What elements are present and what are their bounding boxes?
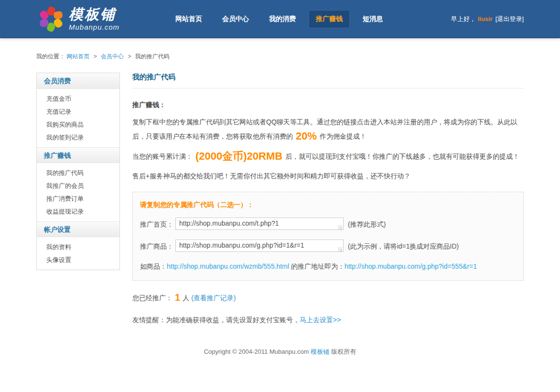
sidebar-item-promoted-members[interactable]: 我推广的会员 (37, 179, 119, 192)
promo-product-note: (此为示例，请将id=1换成对应商品ID) (348, 242, 459, 251)
example-promo-link[interactable]: http://shop.mubanpu.com/g.php?id=555&r=1 (345, 262, 477, 270)
sidebar-item-recharge-coins[interactable]: 充值金币 (37, 92, 119, 105)
promo-box-title: 请复制您的专属推广代码（二选一）： (140, 201, 516, 209)
breadcrumb-current: 我的推广代码 (135, 53, 170, 60)
sidebar-section-member-consume: 会员消费 充值金币 充值记录 我购买的商品 我的签到记录 (37, 73, 119, 147)
promotion-stats-line: 您已经推广：1人(查看推广记录) (132, 292, 524, 303)
promo-homepage-label: 推广首页： (140, 220, 173, 229)
nav-item-my-purchases[interactable]: 我的消费 (262, 10, 303, 28)
logo-title: 模板铺 (69, 7, 119, 22)
sidebar-section-title-member-consume[interactable]: 会员消费 (37, 73, 119, 89)
copyright-text: Copyright © 2004-2011 Mubanpu.com (204, 348, 309, 355)
footer-brand-link[interactable]: 模板铺 (311, 348, 329, 355)
main-nav: 网站首页 会员中心 我的消费 推广赚钱 短消息 (168, 10, 396, 28)
view-promo-records-link[interactable]: (查看推广记录) (191, 294, 236, 302)
promoted-count: 1 (175, 292, 180, 303)
example-product-link[interactable]: http://shop.mubanpu.com/wzmb/555.html (167, 262, 289, 270)
stats-prefix: 您已经推广： (132, 294, 172, 302)
sidebar-item-my-profile[interactable]: 我的资料 (37, 240, 119, 253)
promo-intro-paragraph: 复制下框中您的专属推广代码到其它网站或者QQ聊天等工具。通过您的链接点击进入本站… (132, 115, 524, 143)
intro-label: 推广赚钱： (132, 101, 524, 109)
sidebar-item-purchased-goods[interactable]: 我购买的商品 (37, 118, 119, 131)
logo[interactable]: 模板铺 Mubanpu.com (36, 4, 119, 34)
para2-text-after: 后，就可以提现到支付宝哦！你推广的下线越多，也就有可能获得更多的提成！ (285, 152, 519, 160)
breadcrumb: 我的位置： 网站首页 > 会员中心 > 我的推广代码 (36, 53, 524, 61)
breadcrumb-link-member-center[interactable]: 会员中心 (101, 53, 124, 60)
commission-rate-highlight: 20% (296, 130, 317, 142)
sidebar-item-recharge-history[interactable]: 充值记录 (37, 105, 119, 118)
logout-link[interactable]: [退出登录] (495, 15, 524, 22)
sidebar-item-checkin-history[interactable]: 我的签到记录 (37, 131, 119, 144)
sidebar-item-avatar-settings[interactable]: 头像设置 (37, 253, 119, 266)
user-area: 早上好，liusir[退出登录] (451, 15, 524, 23)
sidebar-section-account-settings: 帐户设置 我的资料 头像设置 (37, 221, 119, 270)
promo-homepage-note: (推荐此形式) (348, 220, 386, 229)
para1-text-after: 作为佣金提成！ (320, 132, 366, 140)
stats-unit: 人 (183, 294, 189, 302)
promo-code-box: 请复制您的专属推广代码（二选一）： 推广首页： http://shop.muba… (132, 192, 524, 281)
withdraw-threshold-highlight: (2000金币)20RMB (195, 150, 282, 162)
nav-item-messages[interactable]: 短消息 (355, 10, 390, 28)
promo-product-label: 推广商品： (140, 242, 173, 251)
breadcrumb-separator: > (128, 53, 131, 60)
sidebar-section-title-account-settings[interactable]: 帐户设置 (37, 221, 119, 237)
service-paragraph: 售后+服务神马的都交给我们吧！无需你付出其它额外时间和精力即可获得收益，还不快行… (132, 169, 524, 183)
breadcrumb-prefix: 我的位置： (36, 53, 65, 60)
breadcrumb-link-home[interactable]: 网站首页 (66, 53, 89, 60)
sidebar: 会员消费 充值金币 充值记录 我购买的商品 我的签到记录 推广赚钱 我的推广代码… (36, 73, 120, 270)
nav-item-home[interactable]: 网站首页 (168, 10, 209, 28)
breadcrumb-separator: > (94, 53, 97, 60)
copyright-suffix: 版权所有 (331, 348, 356, 355)
para2-text: 当您的账号累计满： (132, 152, 193, 160)
promo-homepage-code-input[interactable]: http://shop.mubanpu.com/t.php?1 (175, 218, 344, 230)
alipay-reminder-line: 友情提醒：为能准确获得收益，请先设置好支付宝账号，马上去设置>> (132, 316, 524, 325)
sidebar-item-promo-orders[interactable]: 推广消费订单 (37, 192, 119, 205)
promo-product-row: 推广商品： http://shop.mubanpu.com/g.php?id=1… (140, 240, 516, 253)
promo-product-code-input[interactable]: http://shop.mubanpu.com/g.php?id=1&r=1 (175, 240, 344, 252)
main-content: 我的推广代码 推广赚钱： 复制下框中您的专属推广代码到其它网站或者QQ聊天等工具… (132, 73, 524, 325)
setup-alipay-link[interactable]: 马上去设置>> (300, 316, 341, 324)
page-title: 我的推广代码 (132, 73, 524, 88)
sidebar-section-title-promote-earn[interactable]: 推广赚钱 (37, 147, 119, 163)
nav-item-promote-earn[interactable]: 推广赚钱 (309, 10, 350, 28)
sidebar-item-withdraw-history[interactable]: 收益提现记录 (37, 205, 119, 218)
logo-subtitle: Mubanpu.com (69, 23, 119, 31)
sidebar-section-promote-earn: 推广赚钱 我的推广代码 我推广的会员 推广消费订单 收益提现记录 (37, 147, 119, 221)
footer: Copyright © 2004-2011 Mubanpu.com模板铺版权所有 (36, 348, 524, 392)
page: 模板铺 Mubanpu.com 网站首页 会员中心 我的消费 推广赚钱 短消息 … (0, 0, 560, 392)
sidebar-item-my-promo-code[interactable]: 我的推广代码 (37, 166, 119, 179)
withdraw-threshold-paragraph: 当您的账号累计满：(2000金币)20RMB后，就可以提现到支付宝哦！你推广的下… (132, 149, 524, 163)
promo-homepage-row: 推广首页： http://shop.mubanpu.com/t.php?1 (推… (140, 218, 516, 231)
greeting-text: 早上好， (451, 15, 476, 22)
example-prefix: 如商品： (140, 262, 167, 270)
header: 模板铺 Mubanpu.com 网站首页 会员中心 我的消费 推广赚钱 短消息 … (0, 0, 560, 38)
nav-item-member-center[interactable]: 会员中心 (215, 10, 256, 28)
example-middle: 的推广地址即为： (289, 262, 345, 270)
logo-pinwheel-icon (36, 4, 66, 34)
username-link[interactable]: liusir (478, 15, 493, 22)
promo-example-line: 如商品：http://shop.mubanpu.com/wzmb/555.htm… (140, 261, 516, 272)
reminder-text: 友情提醒：为能准确获得收益，请先设置好支付宝账号， (132, 316, 300, 324)
